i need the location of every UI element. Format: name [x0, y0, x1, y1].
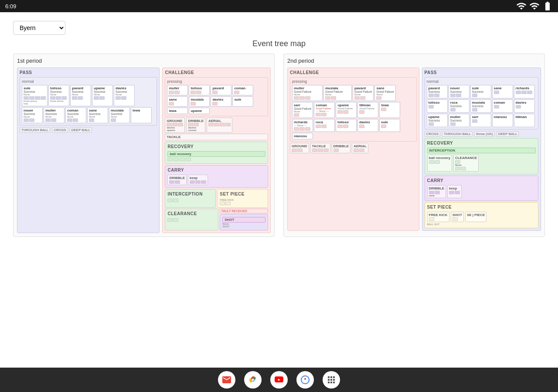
taskbar	[0, 368, 558, 392]
player-card-upame-pass: upame Success None	[92, 85, 113, 106]
pc2-richards: richards — None —	[292, 119, 313, 132]
p2-nianzou: nianzou	[492, 114, 513, 127]
p2-nouer: nouer Success	[449, 85, 470, 98]
challenge-2nd: CHALLENGE pressing muller Good Failure N…	[287, 68, 419, 231]
player-card-tolisso: tolisso Success None loose press	[48, 85, 69, 106]
page-title: Event tree map	[13, 39, 545, 48]
apps-icon[interactable]	[323, 371, 340, 389]
pc-pavard-ch: pavard	[211, 85, 231, 95]
pass-normal-section: normal sule Success None	[20, 77, 157, 125]
period-2-title: 2nd period	[287, 57, 541, 64]
period-1-inner: PASS normal sule Success None	[17, 68, 271, 233]
player-card-sane-pass: sane Success None	[87, 107, 108, 123]
status-time: 6:09	[5, 3, 16, 10]
pc-musiala-ch: musiala	[189, 96, 210, 107]
p2-sarr: sarr	[470, 114, 491, 127]
wifi-icon	[516, 1, 527, 11]
pc2-sarr: sarr Good Failure None	[292, 102, 313, 118]
carry-1st: CARRY DRIBBLE keep	[165, 165, 268, 188]
period-2: 2nd period CHALLENGE pressing muller Goo…	[283, 54, 545, 237]
challenge-1st: CHALLENGE pressing muller tolisso pavard…	[162, 68, 271, 233]
pc-lewa-ch: lewa	[167, 108, 188, 114]
chrome-icon[interactable]	[244, 371, 262, 389]
pc2-pavard: pavard Good Failure None	[353, 85, 374, 101]
pressing-players: muller tolisso pavard coman sane musiala…	[167, 85, 266, 114]
status-icons	[516, 1, 553, 11]
gmail-icon[interactable]	[218, 371, 235, 389]
setpiece-2nd: SET PIECE FREE KICK SHOT SE |	[425, 202, 538, 228]
p2-richards: richards	[514, 85, 535, 98]
p2-pavard: pavard Success	[427, 85, 448, 98]
challenge-bottom-2: GROUND TACKLE DRIBBLE AERIAL	[290, 143, 417, 153]
p2-muller: muller Success	[449, 114, 470, 127]
status-bar: 6:09	[0, 0, 558, 12]
player-card-coman-pass: coman Success None	[65, 107, 86, 123]
interception-1st: INTERCEPTION	[165, 189, 216, 208]
pc-davies-ch: davies	[211, 96, 231, 107]
recovery-2nd: RECOVERY INTERCEPTION ball recovery CLEA…	[425, 138, 538, 174]
ground-2: GROUND	[290, 143, 309, 153]
player-card-pavard: pavard Success None	[70, 85, 91, 106]
period-1-title: 1st period	[17, 57, 271, 64]
battery-icon	[542, 1, 553, 11]
pressing-1st: pressing muller tolisso pavard coman san…	[165, 77, 268, 116]
p2-sane: sane	[492, 85, 513, 98]
dribble-label-1: DRIBBLE davies coman	[186, 118, 205, 133]
p2-roca: roca Success	[449, 99, 470, 113]
dribble-2: DRIBBLE	[332, 143, 351, 153]
pc-sule-ch: sule	[232, 96, 253, 107]
pc2-musiala: musiala Good Failure None	[323, 85, 352, 101]
p2-coman: coman	[492, 99, 513, 113]
pressing-2nd: pressing muller Good Failure None	[290, 77, 417, 142]
main-content: Byern Team B Event tree map 1st period P…	[0, 12, 558, 380]
team-select-container: Byern Team B	[13, 21, 545, 35]
pc2-davies: davies	[357, 119, 378, 132]
pc-coman-ch: coman	[232, 85, 253, 95]
aerial-label-1: AERIAL	[207, 118, 232, 133]
periods-container: 1st period PASS normal sule Success N	[13, 54, 545, 237]
clearance-1st: CLEARANCE	[165, 209, 218, 230]
p2-sule: sule Success	[470, 85, 491, 98]
challenge-bottom-row-1: GROUND davies upame DRIBBLE	[165, 118, 268, 133]
pc-muller-ch: muller	[167, 85, 188, 95]
pass-players-grid: sule Success None loose press	[22, 85, 155, 123]
pass-1st: PASS normal sule Success None	[17, 68, 160, 233]
pass-cross-row: THROUGH BALL CROSS DEEP BALL	[20, 127, 157, 133]
photos-icon[interactable]	[296, 371, 314, 389]
pc2-upame: upame Good Failure	[336, 102, 357, 118]
pc2-tolisso: tolisso	[336, 119, 357, 132]
player-card-musiala-pass: musiala Success None	[109, 107, 130, 123]
svg-point-1	[252, 379, 254, 381]
player-card-nouer: nouer Success None	[22, 107, 43, 123]
team-select[interactable]: Byern Team B	[13, 21, 65, 35]
pc2-sule: sule	[379, 119, 400, 132]
recovery-1st: RECOVERY ball recovery	[165, 142, 268, 164]
tackle-2: TACKLE	[310, 143, 330, 153]
pc2-coman: coman Good Failure — None —	[314, 102, 335, 118]
player-card-lewa-pass: lewa	[131, 107, 152, 123]
period-1: 1st period PASS normal sule Success N	[13, 54, 275, 237]
setpiece-1st: SET PIECE FREE KICK	[217, 189, 268, 208]
p2-tolisso: tolisso	[427, 99, 448, 113]
p2-musiala: musiala Success	[470, 99, 491, 113]
pc2-tillman: tillman Good Failure	[357, 102, 378, 118]
player-card-sule: sule Success None loose press	[22, 85, 48, 106]
pc-tolisso-ch: tolisso	[189, 85, 210, 95]
ground-label-1: GROUND davies upame	[165, 118, 185, 133]
carry-2nd: CARRY DRIBBLE sane kee	[425, 176, 538, 201]
tackle-label-1: TACKLE	[165, 134, 268, 140]
pass-cross-2nd: CROSS THROUGH BALL throw (GK) DEEP BALL	[425, 131, 538, 137]
aerial-2: AERIAL	[352, 143, 368, 153]
pass-normal-2nd: normal pavard Success nouer Success	[425, 77, 538, 129]
pass-2nd: PASS normal pavard Success nouer	[422, 68, 541, 231]
player-card-muller-pass: muller Success None	[44, 107, 65, 123]
pc2-muller: muller Good Failure None	[292, 85, 323, 101]
player-card-davies-pass: davies Success None	[114, 85, 135, 106]
youtube-icon[interactable]	[270, 371, 288, 389]
p2-tillman: tillman	[514, 114, 535, 127]
p2-davies: davies	[514, 99, 535, 113]
pc2-nianzou: nianzou	[292, 133, 313, 139]
p2-upame: upame Success	[427, 114, 448, 127]
pc2-roca: roca	[314, 119, 335, 132]
pc-sane-ch: sane	[167, 96, 188, 107]
